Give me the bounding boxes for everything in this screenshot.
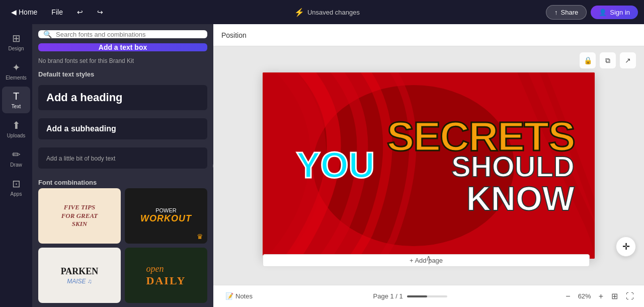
elements-icon: ✦ — [12, 61, 21, 73]
you-text: YOU — [296, 147, 375, 183]
present-button[interactable]: ⛶ — [624, 290, 636, 303]
zoom-out-button[interactable]: − — [564, 291, 572, 302]
sidebar-item-apps-label: Apps — [11, 191, 22, 197]
file-label: File — [51, 8, 63, 16]
heading-style-item[interactable]: Add a heading — [38, 85, 207, 110]
canvas-wrapper: SECRETS YOU SHOULD KNOW — [263, 72, 595, 259]
sidebar-item-elements[interactable]: ✦ Elements — [2, 57, 30, 85]
body-label: Add a little bit of body text — [46, 155, 115, 162]
combo2-sub: POWER — [140, 207, 192, 213]
font-combos-title: Font combinations — [38, 179, 207, 186]
bottom-bar: 📝 Notes Page 1 / 1 − 62% + ⊞ ⛶ — [213, 285, 644, 307]
export-button[interactable]: ↗ — [620, 52, 636, 68]
text-icon: T — [13, 91, 19, 102]
unsaved-icon: ⚡ — [294, 8, 304, 17]
combo4-text-block: openDAILY — [146, 264, 186, 287]
sidebar-item-elements-label: Elements — [6, 75, 27, 81]
sidebar-item-uploads[interactable]: ⬆ Uploads — [2, 115, 30, 142]
sidebar-item-draw-label: Draw — [10, 162, 22, 168]
sidebar-item-uploads-label: Uploads — [7, 133, 26, 138]
bottom-middle: Page 1 / 1 — [261, 292, 559, 300]
sidebar-item-design[interactable]: ⊞ Design — [2, 28, 30, 55]
lock-button[interactable]: 🔒 — [580, 52, 596, 68]
position-label: Position — [221, 31, 247, 39]
font-combinations-section: Font combinations FIVE TIPSFOR GREATSKIN… — [38, 179, 207, 303]
draw-icon: ✏ — [12, 148, 21, 161]
font-combo-card-3[interactable]: PARKEN MAISE ♫ — [38, 248, 121, 303]
progress-bar — [407, 295, 447, 297]
sidebar-item-apps[interactable]: ⊡ Apps — [2, 174, 30, 201]
notes-button[interactable]: 📝 Notes — [221, 290, 257, 302]
topbar: ◀ Home File ↩ ↪ ⚡ Unsaved changes ↑ Shar… — [0, 0, 644, 24]
sidebar-item-draw[interactable]: ✏ Draw — [2, 144, 30, 172]
zoom-in-button[interactable]: + — [597, 291, 605, 302]
duplicate-button[interactable]: ⧉ — [600, 52, 616, 68]
brand-kit-text: No brand fonts set for this Brand Kit — [38, 57, 134, 64]
page-indicator: Page 1 / 1 — [373, 292, 403, 300]
grid-view-button[interactable]: ⊞ — [609, 289, 620, 303]
combo3-text2: MAISE ♫ — [67, 278, 92, 285]
text-panel: 🔍 Add a text box No brand fonts set for … — [32, 24, 213, 307]
font-combo-card-1[interactable]: FIVE TIPSFOR GREATSKIN — [38, 188, 121, 244]
progress-bar-fill — [407, 295, 427, 297]
undo-button[interactable]: ↩ — [72, 6, 88, 18]
position-bar: Position — [213, 24, 644, 46]
home-chevron-icon: ◀ — [11, 8, 17, 16]
default-styles-title: Default text styles — [38, 70, 207, 78]
search-box[interactable]: 🔍 — [38, 30, 207, 38]
home-label: Home — [19, 8, 37, 16]
design-canvas[interactable]: SECRETS YOU SHOULD KNOW — [263, 72, 595, 259]
home-button[interactable]: ◀ Home — [6, 6, 42, 18]
font-combo-grid: FIVE TIPSFOR GREATSKIN POWER WORKOUT ♛ — [38, 188, 207, 303]
search-input[interactable] — [56, 31, 202, 38]
add-textbox-button[interactable]: Add a text box — [38, 43, 207, 51]
sidebar-item-design-label: Design — [8, 46, 24, 51]
topbar-middle: ⚡ Unsaved changes — [112, 8, 542, 17]
canvas-tools: 🔒 ⧉ ↗ — [580, 52, 636, 68]
canvas-text: SECRETS YOU SHOULD KNOW — [387, 116, 575, 215]
combo2-main: WORKOUT — [140, 213, 192, 224]
know-text: KNOW — [466, 181, 575, 215]
should-text: SHOULD — [451, 152, 575, 181]
notes-label: Notes — [235, 292, 253, 300]
panel-collapse-handle[interactable]: › — [208, 156, 213, 176]
unsaved-label: Unsaved changes — [307, 9, 360, 16]
redo-button[interactable]: ↪ — [92, 6, 108, 18]
add-textbox-label: Add a text box — [99, 43, 147, 51]
should-know-block: YOU SHOULD KNOW — [387, 152, 575, 215]
topbar-left: ◀ Home File ↩ ↪ — [6, 6, 108, 18]
combo2-text-block: POWER WORKOUT — [140, 207, 192, 224]
signin-button[interactable]: 👤 Sign in — [591, 6, 638, 19]
apps-icon: ⊡ — [12, 178, 21, 190]
file-button[interactable]: File — [46, 6, 68, 18]
search-icon: 🔍 — [43, 30, 52, 38]
notes-icon: 📝 — [225, 292, 233, 300]
bottom-right: ⊞ ⛶ — [609, 289, 636, 303]
canvas-scroll[interactable]: 🔒 ⧉ ↗ — [213, 46, 644, 285]
brand-kit-message: No brand fonts set for this Brand Kit — [38, 56, 207, 65]
zoom-controls: − 62% + — [564, 291, 605, 302]
signin-label: Sign in — [610, 9, 630, 16]
icon-bar: ⊞ Design ✦ Elements T Text ⬆ Uploads ✏ D… — [0, 24, 32, 307]
font-combo-card-2[interactable]: POWER WORKOUT ♛ — [125, 188, 207, 244]
panel-inner: 🔍 Add a text box No brand fonts set for … — [32, 24, 213, 307]
share-button[interactable]: ↑ Share — [546, 5, 587, 20]
canvas-area: Position 🔒 ⧉ ↗ — [213, 24, 644, 307]
uploads-icon: ⬆ — [12, 119, 21, 131]
combo4-text: openDAILY — [146, 264, 186, 287]
font-combo-card-4[interactable]: openDAILY — [125, 248, 207, 303]
topbar-right: ↑ Share 👤 Sign in — [546, 5, 638, 20]
heading-label: Add a heading — [46, 91, 123, 104]
main-content: ⊞ Design ✦ Elements T Text ⬆ Uploads ✏ D… — [0, 24, 644, 307]
design-icon: ⊞ — [12, 32, 21, 44]
sidebar-item-text-label: Text — [12, 104, 21, 109]
sidebar-item-text[interactable]: T Text — [2, 87, 30, 113]
zoom-level: 62% — [575, 292, 595, 300]
body-style-item[interactable]: Add a little bit of body text — [38, 147, 207, 169]
share-label: Share — [561, 9, 579, 16]
combo3-text1: PARKEN — [61, 266, 99, 277]
crown-icon: ♛ — [197, 233, 203, 241]
subheading-style-item[interactable]: Add a subheading — [38, 118, 207, 139]
compass-button[interactable]: ✛ — [616, 237, 636, 257]
show-pages-button[interactable]: ∧ — [426, 253, 432, 263]
